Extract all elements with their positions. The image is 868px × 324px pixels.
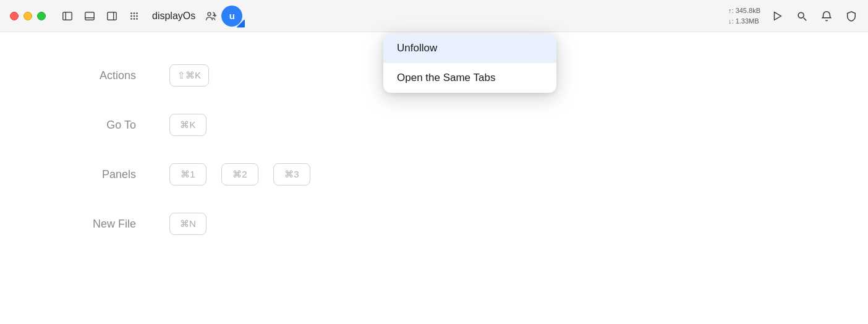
svg-point-19: [798, 12, 804, 18]
shortcut-row-goto: Go To ⌘K: [62, 100, 868, 150]
svg-point-15: [208, 12, 211, 15]
kbd-actions: ⇧⌘K: [169, 64, 209, 87]
kbd-panels-2: ⌘2: [221, 163, 258, 185]
shortcut-label-actions: Actions: [62, 69, 136, 82]
shortcut-label-panels: Panels: [62, 168, 136, 181]
svg-point-11: [136, 15, 138, 17]
shortcut-row-newfile: New File ⌘N: [62, 199, 868, 249]
svg-point-12: [130, 18, 132, 20]
svg-rect-4: [108, 12, 116, 20]
bottom-panel-icon[interactable]: [83, 9, 96, 23]
network-upload: ↑: 345.8kB: [728, 6, 760, 16]
kbd-panels-1: ⌘1: [169, 163, 206, 185]
svg-point-7: [134, 12, 135, 14]
kbd-goto: ⌘K: [169, 114, 206, 136]
dropdown-item-unfollow[interactable]: Unfollow: [383, 33, 556, 63]
traffic-lights: [10, 12, 46, 20]
dropdown-item-open-same-tabs[interactable]: Open the Same Tabs: [383, 63, 556, 93]
close-button[interactable]: [10, 12, 19, 20]
dropdown-popup: Unfollow Open the Same Tabs: [383, 33, 556, 93]
play-icon[interactable]: [770, 9, 784, 23]
svg-line-20: [804, 17, 807, 20]
svg-point-9: [130, 15, 132, 17]
minimize-button[interactable]: [23, 12, 32, 20]
shortcut-label-goto: Go To: [62, 119, 136, 132]
sidebar-icons: [61, 9, 141, 23]
titlebar: displayOs u ↑: 345.8kB ↓: 1.33MB: [0, 0, 868, 32]
kbd-panels-3: ⌘3: [273, 163, 310, 185]
avatar-letter: u: [229, 11, 235, 21]
shield-icon[interactable]: [845, 9, 858, 23]
svg-rect-0: [63, 12, 72, 20]
svg-point-8: [136, 12, 138, 14]
app-name: displayOs: [152, 11, 195, 22]
svg-point-13: [134, 18, 135, 20]
avatar-arrow-indicator: [236, 19, 245, 28]
search-icon[interactable]: [795, 9, 809, 23]
svg-marker-18: [775, 12, 781, 20]
kbd-newfile: ⌘N: [169, 213, 206, 235]
add-user-icon[interactable]: [204, 9, 218, 23]
right-sidebar-icon[interactable]: [105, 9, 119, 23]
avatar[interactable]: u: [221, 6, 242, 27]
bell-icon[interactable]: [820, 9, 833, 23]
svg-point-10: [134, 15, 135, 17]
network-download: ↓: 1.33MB: [728, 16, 760, 27]
left-sidebar-icon[interactable]: [61, 9, 74, 23]
svg-point-6: [130, 12, 132, 14]
grid-icon[interactable]: [127, 9, 141, 23]
svg-rect-2: [85, 12, 94, 20]
maximize-button[interactable]: [37, 12, 46, 20]
titlebar-right-icons: [770, 9, 858, 23]
shortcut-row-panels: Panels ⌘1 ⌘2 ⌘3: [62, 150, 868, 199]
network-stats: ↑: 345.8kB ↓: 1.33MB: [728, 6, 760, 26]
svg-point-14: [136, 18, 138, 20]
shortcut-label-newfile: New File: [62, 218, 136, 231]
